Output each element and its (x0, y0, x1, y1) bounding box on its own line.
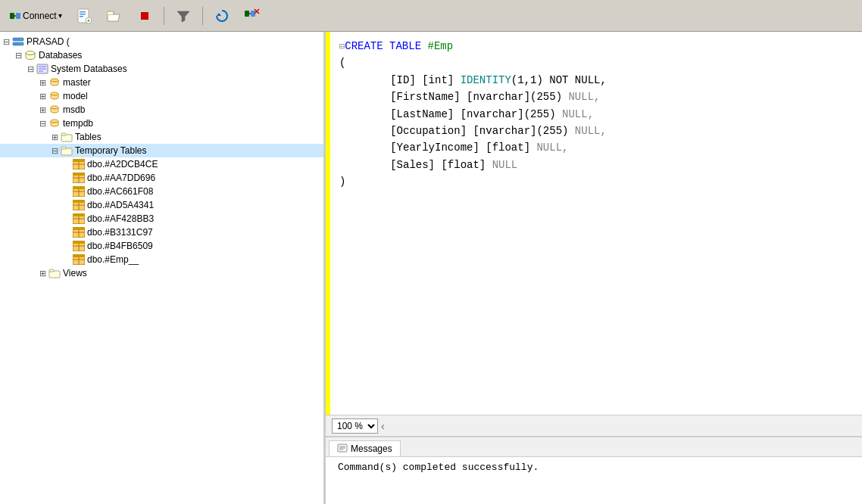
svg-rect-11 (108, 12, 113, 14)
t7-label: dbo.#B4FB6509 (87, 241, 153, 251)
table-icon-t8 (73, 254, 85, 266)
db-icon-msdb (48, 104, 61, 116)
new-query-button[interactable] (71, 5, 97, 26)
views-folder-icon (48, 267, 61, 279)
expander-server[interactable] (0, 36, 12, 48)
svg-rect-67 (73, 254, 85, 257)
zoom-select[interactable]: 100 % 75 % 50 % 125 % 150 % 200 % (332, 418, 378, 434)
t6-label: dbo.#B3131C97 (87, 227, 153, 238)
tables-label: Tables (75, 132, 102, 142)
tables-folder-icon (61, 131, 73, 143)
svg-rect-25 (39, 66, 46, 67)
svg-point-22 (20, 43, 22, 45)
toolbar: Connect ▾ (0, 0, 862, 32)
connect-button[interactable]: Connect ▾ (5, 8, 67, 24)
db-icon-model (48, 90, 61, 102)
system-databases-icon (36, 63, 48, 75)
scroll-left-arrow[interactable]: ‹ (381, 420, 385, 432)
toolbar-separator-1 (164, 7, 164, 25)
svg-rect-59 (73, 227, 85, 230)
expander-msdb[interactable] (36, 104, 48, 116)
filter-icon (175, 8, 192, 24)
messages-tabs: Messages (326, 437, 862, 457)
svg-point-21 (20, 39, 22, 40)
expander-model[interactable] (36, 90, 48, 102)
svg-rect-0 (10, 13, 14, 19)
main-area: PRASAD ( Databases (0, 32, 862, 504)
tree-item-t8[interactable]: dbo.#Emp__ (0, 253, 323, 266)
svg-rect-43 (73, 173, 85, 176)
tree-item-t7[interactable]: dbo.#B4FB6509 (0, 239, 323, 253)
temp-tables-folder-icon (61, 145, 73, 157)
svg-rect-4 (80, 11, 86, 13)
model-label: model (63, 91, 88, 101)
svg-rect-35 (61, 147, 66, 149)
tree-item-master[interactable]: master (0, 76, 323, 89)
svg-rect-26 (39, 68, 46, 70)
svg-rect-69 (49, 269, 54, 272)
server-label: PRASAD ( (27, 36, 70, 47)
svg-marker-13 (217, 13, 221, 16)
refresh-button[interactable] (209, 5, 235, 26)
table-icon-t4 (73, 199, 85, 211)
expander-sysdb[interactable] (24, 63, 36, 75)
messages-tab-label: Messages (351, 443, 392, 454)
connect-icon (9, 10, 21, 22)
table-icon-t1 (73, 158, 85, 170)
views-label: Views (63, 268, 87, 278)
expander-databases[interactable] (12, 49, 24, 61)
filter-button[interactable] (170, 5, 196, 26)
open-icon (106, 8, 123, 24)
table-icon-t3 (73, 185, 85, 198)
expander-views[interactable] (36, 267, 48, 279)
expander-tempdb[interactable] (36, 117, 48, 129)
table-icon-t5 (73, 213, 85, 225)
tree-item-msdb[interactable]: msdb (0, 103, 323, 117)
tree-item-t3[interactable]: dbo.#AC661F08 (0, 185, 323, 198)
tree-item-server[interactable]: PRASAD ( (0, 35, 323, 48)
disconnect-button[interactable] (239, 5, 265, 26)
svg-rect-63 (73, 241, 85, 244)
msdb-label: msdb (63, 104, 85, 115)
connect-label: Connect (23, 11, 57, 21)
connect-dropdown-arrow: ▾ (58, 11, 62, 20)
svg-rect-51 (73, 200, 85, 203)
editor-area[interactable]: ⊟CREATE TABLE #Emp ( [ID] [int] IDENTITY… (326, 32, 862, 415)
tree-item-t5[interactable]: dbo.#AF428BB3 (0, 212, 323, 226)
svg-rect-6 (80, 16, 83, 17)
t8-label: dbo.#Emp__ (87, 254, 139, 265)
expander-master[interactable] (36, 76, 48, 89)
databases-icon (24, 49, 36, 61)
expander-temp-tables[interactable] (48, 145, 61, 157)
svg-rect-27 (39, 70, 43, 72)
svg-rect-47 (73, 186, 85, 189)
toolbar-separator-2 (202, 7, 203, 25)
tree-item-databases[interactable]: Databases (0, 48, 323, 62)
tree-item-t2[interactable]: dbo.#AA7DD696 (0, 171, 323, 185)
tree-item-temporary-tables[interactable]: Temporary Tables (0, 144, 323, 157)
expander-tables[interactable] (48, 131, 61, 143)
tree-item-tempdb[interactable]: tempdb (0, 117, 323, 130)
tempdb-label: tempdb (63, 118, 93, 129)
tree-item-t1[interactable]: dbo.#A2DCB4CE (0, 157, 323, 171)
tree-item-t6[interactable]: dbo.#B3131C97 (0, 226, 323, 239)
open-button[interactable] (102, 5, 127, 26)
svg-rect-9 (88, 19, 89, 21)
temp-tables-label: Temporary Tables (75, 145, 147, 156)
zoom-bar: 100 % 75 % 50 % 125 % 150 % 200 % ‹ (326, 415, 862, 436)
stop-icon (136, 8, 153, 24)
tree-item-tables[interactable]: Tables (0, 130, 323, 144)
db-icon-master (48, 76, 61, 89)
tree-item-system-databases[interactable]: System Databases (0, 62, 323, 76)
table-icon-t6 (73, 226, 85, 238)
tree-item-views[interactable]: Views (0, 266, 323, 280)
messages-tab[interactable]: Messages (329, 440, 401, 456)
right-panel: ⊟CREATE TABLE #Emp ( [ID] [int] IDENTITY… (326, 32, 862, 504)
tree-item-t4[interactable]: dbo.#AD5A4341 (0, 198, 323, 212)
t3-label: dbo.#AC661F08 (87, 186, 153, 197)
code-editor[interactable]: ⊟CREATE TABLE #Emp ( [ID] [int] IDENTITY… (330, 32, 862, 415)
svg-rect-39 (73, 159, 85, 162)
stop-button[interactable] (132, 5, 158, 26)
tree-item-model[interactable]: model (0, 89, 323, 103)
messages-text: Command(s) completed successfully. (338, 462, 539, 473)
